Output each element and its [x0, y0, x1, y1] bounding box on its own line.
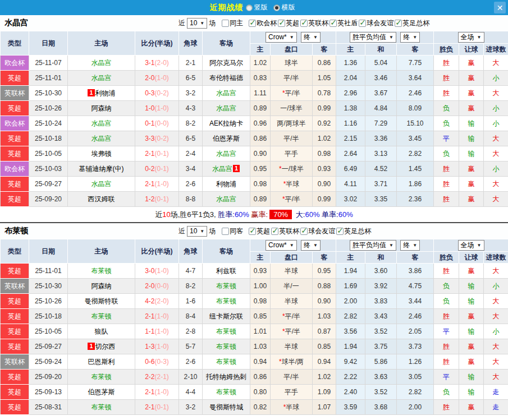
filter-checkbox[interactable]: [278, 20, 285, 27]
filter-label: 英联杯: [308, 19, 328, 28]
cell-avg-draw: 3.52: [365, 324, 397, 339]
final-select-2[interactable]: 终▼: [400, 32, 420, 43]
cell-avg-away: 2.46: [397, 86, 434, 101]
match-row: 欧会杯25-10-03基辅迪纳摩(中)0-2(0-1)3-4水晶宫10.95*一…: [1, 161, 508, 177]
cell-handicap: 两/两球半: [271, 116, 313, 131]
cell-home-team: 布莱顿: [68, 400, 135, 415]
competition-filters: 同主欧会杯英超英联杯英社盾球会友谊英足总杯: [222, 19, 431, 28]
sections-container: 水晶宫 近 10▼ 场 同主欧会杯英超英联杯英社盾球会友谊英足总杯 类型 日期 …: [0, 15, 508, 415]
cell-avg-draw: 3.92: [365, 279, 397, 294]
cell-result-handicap: 赢: [459, 71, 484, 86]
cell-competition: 英超: [1, 131, 29, 146]
home-team-name: 基辅迪纳摩(中): [79, 165, 124, 173]
cell-odds-home: 1.01: [250, 324, 271, 339]
final-select[interactable]: 终▼: [301, 32, 321, 43]
average-select[interactable]: 胜平负均值▼: [350, 240, 396, 251]
vertical-radio-label[interactable]: 竖版: [254, 3, 268, 12]
cell-avg-home: 2.40: [336, 385, 365, 400]
filter-checkbox[interactable]: [336, 228, 344, 235]
cell-date: 25-09-27: [29, 339, 68, 354]
fullmatch-select[interactable]: 全场▼: [458, 240, 484, 251]
filter-checkbox[interactable]: [395, 20, 402, 27]
horizontal-radio-label[interactable]: 横版: [282, 3, 295, 12]
cell-avg-home: 3.59: [336, 400, 365, 415]
final-select-2[interactable]: 终▼: [400, 240, 420, 251]
away-team-name: 水晶宫: [216, 150, 236, 158]
col-subheader: 盘口: [271, 252, 313, 264]
filter-checkbox[interactable]: [249, 228, 256, 235]
halftime-score: (1-0): [155, 104, 169, 112]
away-team-name: 布莱顿: [216, 297, 236, 305]
close-button[interactable]: ✕: [494, 2, 506, 13]
cell-avg-away: 3.05: [397, 370, 434, 385]
cell-avg-draw: 3.83: [365, 294, 397, 309]
filter-checkbox[interactable]: [300, 20, 308, 27]
away-team-name: 布莱顿: [216, 282, 236, 290]
filter-checkbox[interactable]: [329, 20, 337, 27]
cell-odds-away: 1.09: [313, 385, 336, 400]
recent-label: 近: [179, 227, 185, 236]
red-card-badge: 1: [88, 89, 94, 96]
cell-avg-draw: 4.52: [365, 161, 397, 177]
cell-home-team: 1利物浦: [68, 86, 135, 101]
home-team-name: 水晶宫: [91, 135, 112, 142]
cell-home-team: 阿森纳: [68, 279, 135, 294]
cell-avg-draw: 3.75: [365, 339, 397, 354]
filter-label: 英足总杯: [402, 19, 429, 28]
cell-home-team: 水晶宫: [68, 177, 135, 192]
cell-result-handicap: 赢: [459, 400, 484, 415]
cell-avg-away: 3.44: [397, 294, 434, 309]
cell-result-goals: 大: [484, 192, 508, 207]
bookmaker-select[interactable]: Crow*▼: [266, 240, 297, 251]
cell-away-team: 水晶宫: [203, 86, 250, 101]
handicap-text: 平/半: [285, 195, 300, 203]
filter-checkbox[interactable]: [249, 20, 256, 27]
cell-handicap: 平/半: [271, 370, 313, 385]
cell-date: 25-11-01: [29, 264, 68, 279]
cell-odds-home: 0.86: [250, 131, 271, 146]
cell-result-handicap: 赢: [459, 339, 484, 354]
recent-count-select[interactable]: 10▼: [187, 226, 207, 237]
cell-handicap: *平/半: [271, 192, 313, 207]
cell-avg-home: 2.00: [336, 294, 365, 309]
vertical-radio[interactable]: [246, 4, 253, 11]
halftime-score: (0-2): [155, 89, 169, 97]
cell-competition: 英联杯: [1, 86, 29, 101]
fullmatch-select[interactable]: 全场▼: [458, 32, 484, 43]
horizontal-radio[interactable]: [273, 4, 280, 11]
cell-avg-draw: 3.68: [365, 400, 397, 415]
filter-checkbox[interactable]: [300, 228, 308, 235]
filter-checkbox[interactable]: [222, 20, 229, 27]
cell-date: 25-09-13: [29, 385, 68, 400]
cell-result-outcome: 胜: [434, 192, 459, 207]
cell-result-handicap: 输: [459, 146, 484, 161]
handicap-text: 球半: [285, 59, 298, 67]
final-select[interactable]: 终▼: [301, 240, 321, 251]
chevron-down-icon: ▼: [290, 243, 294, 248]
filter-checkbox[interactable]: [271, 228, 278, 235]
cell-away-team: 布莱顿: [203, 324, 250, 339]
cell-result-goals: 大: [484, 177, 508, 192]
average-select[interactable]: 胜平负均值▼: [350, 32, 396, 43]
cell-date: 25-09-20: [29, 370, 68, 385]
fulltime-score: 2-0: [145, 282, 154, 290]
bookmaker-select[interactable]: Crow*▼: [266, 32, 297, 43]
match-row: 英超25-10-05埃弗顿2-1(0-1)2-4水晶宫0.90平手0.982.6…: [1, 146, 508, 161]
cell-odds-home: 0.80: [250, 385, 271, 400]
match-row: 英超25-09-271切尔西1-3(1-0)5-7布莱顿1.03半球0.851.…: [1, 339, 508, 354]
cell-home-team: 西汉姆联: [68, 192, 135, 207]
halftime-score: (0-3): [155, 358, 169, 366]
fulltime-score: 3-1: [145, 59, 154, 67]
filter-checkbox[interactable]: [359, 20, 366, 27]
home-team-name: 曼彻斯特联: [85, 297, 118, 305]
chevron-down-icon: ▼: [477, 35, 482, 40]
recent-count-select[interactable]: 10▼: [187, 18, 207, 29]
team-name: 水晶宫: [4, 18, 28, 28]
cell-handicap: 平/半: [271, 131, 313, 146]
cell-away-team: 利兹联: [203, 264, 250, 279]
cell-away-team: 利物浦: [203, 177, 250, 192]
filter-checkbox[interactable]: [222, 228, 229, 235]
away-team-name: 水晶宫: [216, 89, 236, 97]
cell-avg-draw: 7.29: [365, 116, 397, 131]
fulltime-score: 1-0: [145, 104, 154, 112]
